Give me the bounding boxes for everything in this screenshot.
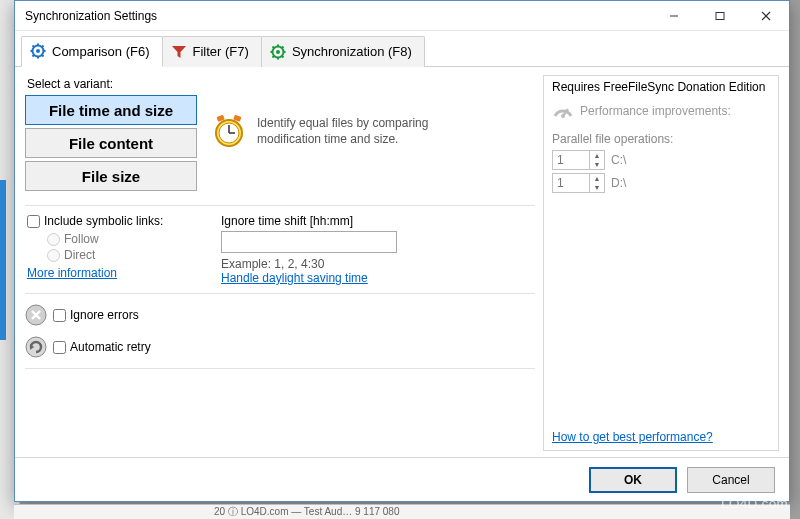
tabs: Comparison (F6) Filter (F7) Synchronizat… <box>15 31 789 67</box>
dialog-footer: OK Cancel <box>15 457 789 501</box>
dst-link[interactable]: Handle daylight saving time <box>221 271 368 285</box>
window-controls <box>651 1 789 30</box>
svg-point-37 <box>561 114 565 118</box>
parallel-row-0: ▲▼ C:\ <box>552 150 770 170</box>
tab-comparison-label: Comparison (F6) <box>52 44 150 59</box>
svg-line-13 <box>33 55 35 57</box>
tab-filter[interactable]: Filter (F7) <box>162 36 262 67</box>
performance-label: Performance improvements: <box>580 104 731 118</box>
retry-icon <box>25 336 47 358</box>
right-column: Requires FreeFileSync Donation Edition P… <box>543 75 779 451</box>
tab-filter-label: Filter (F7) <box>193 44 249 59</box>
tab-synchronization[interactable]: Synchronization (F8) <box>261 36 425 67</box>
symbolic-follow-radio[interactable]: Follow <box>47 232 199 246</box>
funnel-icon <box>171 44 187 60</box>
variant-size-button[interactable]: File size <box>25 161 197 191</box>
symbolic-follow-label: Follow <box>64 232 99 246</box>
cancel-button[interactable]: Cancel <box>687 467 775 493</box>
parallel-input-1[interactable] <box>553 174 589 192</box>
tab-synchronization-label: Synchronization (F8) <box>292 44 412 59</box>
variant-content-button[interactable]: File content <box>25 128 197 158</box>
donation-required-text: Requires FreeFileSync Donation Edition <box>552 80 770 94</box>
automatic-retry-label: Automatic retry <box>70 340 151 354</box>
automatic-retry-checkbox[interactable]: Automatic retry <box>53 340 151 354</box>
parallel-spinner-0[interactable]: ▲▼ <box>552 150 605 170</box>
background-statusbar: 20 ⓘ LO4D.com — Test Aud… 9 117 080 <box>14 504 790 519</box>
more-info-link[interactable]: More information <box>27 266 117 280</box>
symbolic-direct-radio[interactable]: Direct <box>47 248 199 262</box>
include-symbolic-checkbox[interactable]: Include symbolic links: <box>27 214 199 228</box>
svg-line-12 <box>42 46 44 48</box>
minimize-button[interactable] <box>651 1 697 30</box>
variant-description: Identify equal files by comparing modifi… <box>211 95 487 149</box>
svg-point-34 <box>26 337 46 357</box>
svg-line-23 <box>282 46 284 48</box>
clock-icon <box>211 113 247 149</box>
parallel-input-0[interactable] <box>553 151 589 169</box>
automatic-retry-input[interactable] <box>53 341 66 354</box>
background-statusbar-text: 20 ⓘ LO4D.com — Test Aud… 9 117 080 <box>214 505 399 519</box>
parallel-row-1: ▲▼ D:\ <box>552 173 770 193</box>
time-shift-input[interactable] <box>221 231 397 253</box>
content-area: Select a variant: File time and size Fil… <box>15 67 789 457</box>
left-column: Select a variant: File time and size Fil… <box>25 75 535 451</box>
variant-description-text: Identify equal files by comparing modifi… <box>257 115 487 147</box>
svg-line-22 <box>282 55 284 57</box>
parallel-drive-1: D:\ <box>611 176 626 190</box>
variant-time-size-button[interactable]: File time and size <box>25 95 197 125</box>
gear-green-icon <box>270 44 286 60</box>
symbolic-follow-input[interactable] <box>47 233 60 246</box>
watermark-text: LO4D.com <box>721 496 788 511</box>
include-symbolic-label: Include symbolic links: <box>44 214 163 228</box>
titlebar: Synchronization Settings <box>15 1 789 31</box>
best-performance-link[interactable]: How to get best performance? <box>552 430 713 444</box>
svg-point-5 <box>36 49 40 53</box>
spinner-down-icon[interactable]: ▼ <box>590 160 604 169</box>
ok-button[interactable]: OK <box>589 467 677 493</box>
time-shift-group: Ignore time shift [hh:mm] Example: 1, 2,… <box>221 214 397 285</box>
error-x-icon <box>25 304 47 326</box>
variant-buttons: File time and size File content File siz… <box>25 95 197 191</box>
ignore-errors-input[interactable] <box>53 309 66 322</box>
svg-line-11 <box>42 55 44 57</box>
symbolic-direct-input[interactable] <box>47 249 60 262</box>
parallel-ops-label: Parallel file operations: <box>552 132 770 146</box>
symbolic-direct-label: Direct <box>64 248 95 262</box>
svg-marker-14 <box>172 46 186 58</box>
svg-line-24 <box>272 55 274 57</box>
svg-rect-1 <box>716 12 724 19</box>
svg-line-21 <box>272 46 274 48</box>
variant-label: Select a variant: <box>27 77 535 91</box>
ignore-errors-label: Ignore errors <box>70 308 139 322</box>
spinner-up-icon[interactable]: ▲ <box>590 174 604 183</box>
parallel-spinner-1[interactable]: ▲▼ <box>552 173 605 193</box>
sync-settings-window: Synchronization Settings Comparison (F6 <box>14 0 790 502</box>
spinner-down-icon[interactable]: ▼ <box>590 183 604 192</box>
gear-icon <box>30 43 46 59</box>
include-symbolic-input[interactable] <box>27 215 40 228</box>
time-shift-example: Example: 1, 2, 4:30 <box>221 257 397 271</box>
performance-heading: Performance improvements: <box>552 100 770 122</box>
gauge-icon <box>552 100 574 122</box>
maximize-button[interactable] <box>697 1 743 30</box>
spinner-up-icon[interactable]: ▲ <box>590 151 604 160</box>
ignore-errors-checkbox[interactable]: Ignore errors <box>53 308 139 322</box>
symbolic-links-group: Include symbolic links: Follow Direct <box>27 214 199 285</box>
background-selection-strip <box>0 180 6 340</box>
close-button[interactable] <box>743 1 789 30</box>
svg-point-16 <box>276 50 280 54</box>
time-shift-label: Ignore time shift [hh:mm] <box>221 214 397 228</box>
parallel-drive-0: C:\ <box>611 153 626 167</box>
tab-comparison[interactable]: Comparison (F6) <box>21 36 163 67</box>
window-title: Synchronization Settings <box>25 9 651 23</box>
svg-line-10 <box>33 46 35 48</box>
